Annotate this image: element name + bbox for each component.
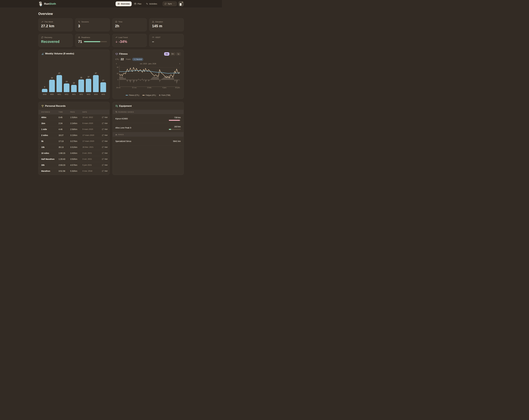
- ctl-label: CTL:: [115, 58, 119, 60]
- range-button-3m[interactable]: 3m: [164, 52, 169, 56]
- column-header-time: TIME: [59, 111, 70, 113]
- record-distance: 400m: [41, 116, 59, 118]
- section-label: BIKES: [119, 134, 124, 135]
- view-record-link[interactable]: Voir: [102, 158, 108, 160]
- column-header-distance: DISTANCE: [41, 111, 59, 113]
- calendar-icon: [134, 3, 136, 5]
- footprints-icon: [115, 105, 118, 107]
- view-label: Voir: [105, 140, 108, 142]
- record-distance: Half Marathon: [41, 158, 59, 160]
- external-link-icon: [102, 134, 104, 136]
- view-record-link[interactable]: Voir: [102, 146, 108, 148]
- personal-records-title: Personal Records: [45, 105, 66, 107]
- bar-value-label: 47: [58, 72, 60, 74]
- external-link-icon: [102, 140, 104, 142]
- sync-button[interactable]: Sync: [163, 1, 177, 6]
- volume-bar-W05: 27W05: [100, 79, 106, 95]
- svg-text:40: 40: [117, 66, 119, 68]
- record-time: 2:24: [59, 122, 70, 124]
- ctl-value: 22: [121, 58, 124, 61]
- view-label: Voir: [105, 128, 108, 130]
- tab-label: Overview: [121, 3, 130, 5]
- equipment-item[interactable]: Specialized Sirrus5641 km: [113, 137, 184, 146]
- wear-progress-bar: [169, 120, 181, 121]
- view-record-link[interactable]: Voir: [102, 134, 108, 136]
- stat-card-time: Time2h: [112, 18, 147, 31]
- view-record-link[interactable]: Voir: [102, 164, 108, 166]
- range-button-6m[interactable]: 6m: [170, 52, 175, 56]
- bar-value-label: 35: [80, 77, 82, 79]
- equipment-distance: 163 km: [174, 125, 181, 128]
- equipment-name: Kiprun KD900: [115, 118, 128, 120]
- legend-item: Form (TSB): [159, 94, 170, 96]
- fitness-legend: Fitness (CTL)Fatigue (ATL)Form (TSB): [115, 94, 181, 96]
- view-label: Voir: [105, 152, 108, 154]
- bar-category-label: W05: [101, 93, 105, 95]
- column-header-date: DATE: [82, 111, 102, 113]
- equipment-item[interactable]: Altra Lone Peak 9163 km: [113, 123, 184, 132]
- record-row: 10k35:133:31/km28 févr. 2021Voir: [39, 144, 109, 150]
- view-record-link[interactable]: Voir: [102, 152, 108, 154]
- bike-icon: [115, 133, 117, 135]
- view-record-link[interactable]: Voir: [102, 128, 108, 130]
- bar-value-label: 37: [88, 76, 90, 78]
- bar-value-label: 20: [73, 82, 75, 84]
- bar: [86, 79, 92, 92]
- records-table-header: DISTANCETIMEPACEDATE: [39, 110, 109, 114]
- record-date: 3 oct. 2021: [82, 152, 102, 154]
- bar: [93, 75, 99, 92]
- record-pace: 4:07/km: [70, 164, 82, 166]
- stat-value: 145 m: [152, 24, 162, 28]
- stat-card-readiness: Readiness71: [75, 34, 110, 47]
- equipment-distance: 739 km: [174, 116, 181, 119]
- tab-label: Activities: [149, 3, 157, 5]
- tab-activities[interactable]: Activities: [144, 1, 159, 6]
- prev-period-button[interactable]: [115, 63, 118, 65]
- stat-label: Load Trend: [119, 36, 128, 39]
- next-period-button[interactable]: [179, 63, 181, 65]
- equipment-title: Equipment: [119, 105, 132, 107]
- external-link-icon: [102, 158, 104, 160]
- page-title: Overview: [38, 12, 184, 16]
- record-row: Half Marathon1:20:433:50/km3 oct. 2021Vo…: [39, 156, 109, 162]
- bar-category-label: W03: [87, 93, 91, 95]
- record-row: Marathon3:51:565:30/km4 nov. 2018Voir: [39, 168, 109, 174]
- equipment-item[interactable]: Kiprun KD900739 km: [113, 114, 184, 123]
- record-row: 2 miles10:273:15/km17 mars 2020Voir: [39, 132, 109, 138]
- external-link-icon: [102, 116, 104, 118]
- external-link-icon: [102, 122, 104, 124]
- activity-icon: [78, 21, 80, 23]
- view-record-link[interactable]: Voir: [102, 140, 108, 142]
- external-link-icon: [102, 170, 104, 172]
- stat-value: –: [152, 39, 154, 44]
- tab-label: Plan: [137, 3, 141, 5]
- record-pace: 1:53/km: [70, 116, 82, 118]
- weekly-volume-card: Weekly Volume (8 weeks) 9W4934W5047W5124…: [38, 50, 110, 99]
- view-record-link[interactable]: Voir: [102, 116, 108, 118]
- tab-plan[interactable]: Plan: [132, 1, 143, 6]
- bar-category-label: W50: [50, 93, 54, 95]
- date-range-label: oct. 2025 - janv. 2026: [118, 63, 179, 65]
- legend-label: Fatigue (ATL): [146, 94, 156, 96]
- record-time: 35:13: [59, 146, 70, 148]
- wear-progress-bar: [169, 129, 181, 130]
- view-label: Voir: [105, 134, 108, 136]
- record-distance: 5k: [41, 140, 59, 142]
- user-avatar[interactable]: [178, 1, 184, 7]
- view-label: Voir: [105, 146, 108, 148]
- view-record-link[interactable]: Voir: [102, 170, 108, 172]
- svg-text:30 oct.: 30 oct.: [116, 87, 120, 88]
- view-label: Voir: [105, 164, 108, 166]
- stat-value: 27.2 km: [41, 24, 54, 28]
- range-button-1y[interactable]: 1y: [176, 52, 181, 56]
- view-record-link[interactable]: Voir: [102, 122, 108, 124]
- stat-card-sessions: Sessions3: [75, 18, 110, 31]
- bar-value-label: 9: [44, 86, 45, 88]
- record-time: 1:20:43: [59, 158, 70, 160]
- refresh-icon: [41, 36, 43, 39]
- tab-overview[interactable]: Overview: [116, 1, 132, 6]
- main-content: Overview This Week27.2 kmSessions3Time2h…: [38, 12, 184, 179]
- record-row: 10 miles1:00:153:45/km3 oct. 2021Voir: [39, 150, 109, 156]
- gauge-icon: [152, 36, 154, 39]
- bar: [42, 89, 48, 92]
